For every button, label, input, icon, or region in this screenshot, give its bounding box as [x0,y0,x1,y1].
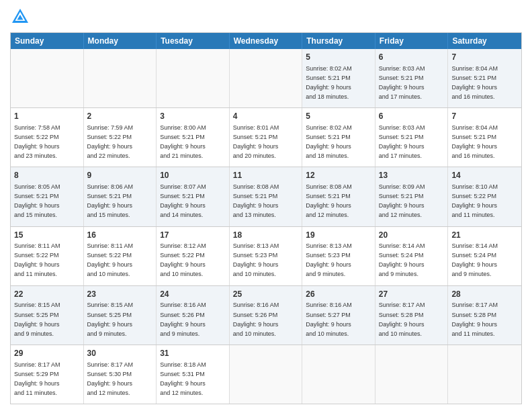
day-number: 18 [233,230,299,241]
day-number: 16 [87,230,153,241]
day-number: 7 [451,111,518,122]
calendar-cell: 4Sunrise: 8:01 AM Sunset: 5:21 PM Daylig… [230,108,303,167]
calendar-cell: 1Sunrise: 7:58 AM Sunset: 5:22 PM Daylig… [11,108,84,167]
cell-info: Sunrise: 8:10 AM Sunset: 5:22 PM Dayligh… [451,183,498,218]
calendar-header-row: SundayMondayTuesdayWednesdayThursdayFrid… [11,33,521,49]
cell-info: Sunrise: 8:16 AM Sunset: 5:26 PM Dayligh… [233,302,279,336]
calendar-cell: 7Sunrise: 8:04 AM Sunset: 5:21 PM Daylig… [448,108,521,167]
day-number: 23 [87,289,153,300]
cell-info: Sunrise: 8:03 AM Sunset: 5:21 PM Dayligh… [379,124,425,159]
cell-info: Sunrise: 8:08 AM Sunset: 5:21 PM Dayligh… [306,183,352,218]
calendar-week: 22Sunrise: 8:15 AM Sunset: 5:25 PM Dayli… [11,285,521,345]
cell-info: Sunrise: 8:17 AM Sunset: 5:28 PM Dayligh… [451,302,498,336]
cell-info: Sunrise: 8:09 AM Sunset: 5:21 PM Dayligh… [379,183,425,218]
logo-icon [10,7,30,27]
logo [10,7,33,27]
calendar-cell: 3Sunrise: 8:00 AM Sunset: 5:21 PM Daylig… [157,108,230,167]
day-number: 1 [14,111,80,122]
cell-info: Sunrise: 8:16 AM Sunset: 5:27 PM Dayligh… [306,302,352,336]
calendar-cell: 18Sunrise: 8:13 AM Sunset: 5:23 PM Dayli… [230,227,303,285]
day-number: 20 [379,230,445,241]
calendar-cell: 23Sunrise: 8:15 AM Sunset: 5:25 PM Dayli… [84,286,157,345]
calendar-cell: 19Sunrise: 8:13 AM Sunset: 5:23 PM Dayli… [302,227,375,285]
calendar-cell: 15Sunrise: 8:11 AM Sunset: 5:22 PM Dayli… [11,227,84,285]
day-number: 28 [451,289,518,300]
cell-info: Sunrise: 8:02 AM Sunset: 5:21 PM Dayligh… [306,65,352,100]
calendar-header-cell: Wednesday [230,33,303,49]
calendar-cell: 16Sunrise: 8:11 AM Sunset: 5:22 PM Dayli… [84,227,157,285]
cell-info: Sunrise: 8:12 AM Sunset: 5:22 PM Dayligh… [160,242,206,277]
day-number: 26 [306,289,371,300]
calendar-cell: 10Sunrise: 8:07 AM Sunset: 5:21 PM Dayli… [157,167,230,226]
day-number: 17 [160,230,226,241]
day-number: 13 [379,170,445,181]
day-number: 5 [306,111,371,122]
calendar-header-cell: Tuesday [157,33,230,49]
day-number: 27 [379,289,445,300]
calendar-header-cell: Friday [375,33,449,49]
calendar-week: 8Sunrise: 8:05 AM Sunset: 5:21 PM Daylig… [11,167,521,226]
cell-info: Sunrise: 8:05 AM Sunset: 5:21 PM Dayligh… [14,183,60,218]
calendar-week: 5Sunrise: 8:02 AM Sunset: 5:21 PM Daylig… [11,49,521,107]
day-number: 29 [14,348,80,359]
day-number: 6 [379,111,445,122]
calendar-cell: 9Sunrise: 8:06 AM Sunset: 5:21 PM Daylig… [84,167,157,226]
calendar-week: 15Sunrise: 8:11 AM Sunset: 5:22 PM Dayli… [11,226,521,285]
calendar-cell: 5Sunrise: 8:02 AM Sunset: 5:21 PM Daylig… [302,108,375,167]
day-number: 22 [14,289,80,300]
calendar-week: 1Sunrise: 7:58 AM Sunset: 5:22 PM Daylig… [11,107,521,167]
calendar-header-cell: Sunday [11,33,84,49]
cell-info: Sunrise: 7:58 AM Sunset: 5:22 PM Dayligh… [14,124,60,159]
calendar-cell [157,49,230,107]
calendar-cell: 27Sunrise: 8:17 AM Sunset: 5:28 PM Dayli… [375,286,449,345]
day-number: 31 [160,348,226,359]
calendar: SundayMondayTuesdayWednesdayThursdayFrid… [10,32,522,404]
calendar-cell: 6Sunrise: 8:03 AM Sunset: 5:21 PM Daylig… [375,49,449,107]
cell-info: Sunrise: 8:00 AM Sunset: 5:21 PM Dayligh… [160,124,206,159]
cell-info: Sunrise: 8:15 AM Sunset: 5:25 PM Dayligh… [87,302,134,336]
calendar-cell [230,345,303,404]
calendar-cell [302,345,375,404]
cell-info: Sunrise: 8:15 AM Sunset: 5:25 PM Dayligh… [14,302,60,336]
cell-info: Sunrise: 8:11 AM Sunset: 5:22 PM Dayligh… [87,242,134,277]
day-number: 30 [87,348,153,359]
day-number: 8 [14,170,80,181]
cell-info: Sunrise: 8:07 AM Sunset: 5:21 PM Dayligh… [160,183,206,218]
day-number: 5 [306,52,371,63]
cell-info: Sunrise: 8:11 AM Sunset: 5:22 PM Dayligh… [14,242,60,277]
calendar-header-cell: Thursday [302,33,375,49]
calendar-cell: 6Sunrise: 8:03 AM Sunset: 5:21 PM Daylig… [375,108,449,167]
calendar-cell [230,49,303,107]
calendar-cell: 14Sunrise: 8:10 AM Sunset: 5:22 PM Dayli… [448,167,521,226]
cell-info: Sunrise: 8:13 AM Sunset: 5:23 PM Dayligh… [306,242,352,277]
calendar-cell: 5Sunrise: 8:02 AM Sunset: 5:21 PM Daylig… [302,49,375,107]
cell-info: Sunrise: 8:02 AM Sunset: 5:21 PM Dayligh… [306,124,352,159]
calendar-cell: 26Sunrise: 8:16 AM Sunset: 5:27 PM Dayli… [302,286,375,345]
calendar-cell: 25Sunrise: 8:16 AM Sunset: 5:26 PM Dayli… [230,286,303,345]
calendar-cell: 30Sunrise: 8:17 AM Sunset: 5:30 PM Dayli… [84,345,157,404]
cell-info: Sunrise: 8:03 AM Sunset: 5:21 PM Dayligh… [379,65,425,100]
cell-info: Sunrise: 8:14 AM Sunset: 5:24 PM Dayligh… [379,242,425,277]
calendar-header-cell: Monday [84,33,157,49]
day-number: 21 [451,230,518,241]
calendar-cell [448,345,521,404]
calendar-cell: 21Sunrise: 8:14 AM Sunset: 5:24 PM Dayli… [448,227,521,285]
header [10,7,522,27]
cell-info: Sunrise: 8:04 AM Sunset: 5:21 PM Dayligh… [451,124,498,159]
calendar-body: 5Sunrise: 8:02 AM Sunset: 5:21 PM Daylig… [11,49,521,404]
day-number: 6 [379,52,445,63]
day-number: 25 [233,289,299,300]
day-number: 4 [233,111,299,122]
day-number: 2 [87,111,153,122]
cell-info: Sunrise: 8:18 AM Sunset: 5:31 PM Dayligh… [160,361,206,396]
calendar-cell: 22Sunrise: 8:15 AM Sunset: 5:25 PM Dayli… [11,286,84,345]
calendar-cell: 13Sunrise: 8:09 AM Sunset: 5:21 PM Dayli… [375,167,449,226]
cell-info: Sunrise: 8:14 AM Sunset: 5:24 PM Dayligh… [451,242,498,277]
cell-info: Sunrise: 8:08 AM Sunset: 5:21 PM Dayligh… [233,183,279,218]
calendar-cell: 24Sunrise: 8:16 AM Sunset: 5:26 PM Dayli… [157,286,230,345]
calendar-cell: 20Sunrise: 8:14 AM Sunset: 5:24 PM Dayli… [375,227,449,285]
calendar-cell: 17Sunrise: 8:12 AM Sunset: 5:22 PM Dayli… [157,227,230,285]
calendar-cell: 8Sunrise: 8:05 AM Sunset: 5:21 PM Daylig… [11,167,84,226]
calendar-cell [11,49,84,107]
cell-info: Sunrise: 7:59 AM Sunset: 5:22 PM Dayligh… [87,124,134,159]
